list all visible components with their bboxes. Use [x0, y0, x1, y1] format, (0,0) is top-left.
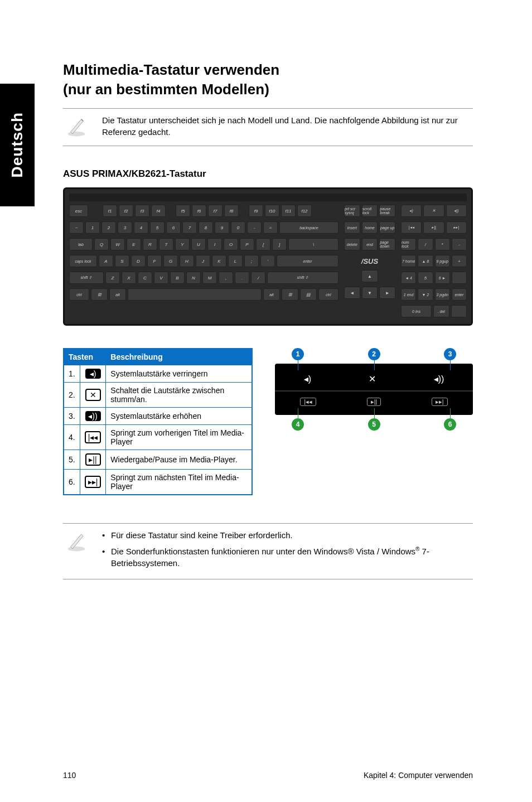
key-esc: esc	[69, 205, 88, 217]
panel-play-icon: ▸||	[367, 398, 381, 406]
note-icon	[63, 529, 90, 555]
key-f5: f5	[176, 205, 190, 217]
key-f12: f12	[297, 205, 312, 217]
page-footer: 110 Kapitel 4: Computer verwenden	[63, 771, 473, 780]
callout-5: 5	[368, 418, 380, 431]
key-f11: f11	[281, 205, 296, 217]
keyboard-figure: esc f1 f2 f3 f4 f5 f6 f7 f8 f9 f10 f11 f…	[63, 187, 473, 326]
svg-point-0	[67, 132, 85, 137]
table-row: 6. ▸▸| Springt zum nächsten Titel im Med…	[64, 470, 252, 495]
callout-3: 3	[444, 348, 456, 360]
key-f10: f10	[265, 205, 279, 217]
prev-track-icon: |◂◂	[85, 431, 101, 443]
page-subtitle: (nur an bestimmten Modellen)	[63, 81, 473, 98]
page-content: Multimedia-Tastatur verwenden (nur an be…	[63, 61, 473, 579]
panel-next-icon: ▸▸|	[432, 398, 448, 406]
key-f6: f6	[192, 205, 206, 217]
note-icon	[63, 114, 90, 140]
media-panel: ◂) ✕ ◂)) |◂◂ ▸|| ▸▸|	[275, 364, 473, 415]
table-row: 3. ◂)) Systemlautstärke erhöhen	[64, 408, 252, 425]
mute-icon: ✕	[85, 389, 101, 401]
page-number: 110	[63, 771, 76, 780]
note-block-1: Die Tastatur unterscheidet sich je nach …	[63, 108, 473, 146]
vol-down-icon: ◂)	[85, 369, 101, 379]
key-f1: f1	[103, 205, 117, 217]
asus-logo: /SUS	[344, 255, 395, 268]
chapter-label: Kapitel 4: Computer verwenden	[364, 771, 473, 780]
key-f9: f9	[249, 205, 263, 217]
table-row: 4. |◂◂ Springt zum vorherigen Titel im M…	[64, 425, 252, 450]
language-tab: Deutsch	[0, 84, 35, 206]
callout-2: 2	[368, 348, 380, 360]
th-tasten: Tasten	[64, 349, 106, 365]
note2-item-2: Die Sonderfunktionstasten funktionieren …	[102, 545, 473, 569]
key-f3: f3	[135, 205, 149, 217]
callout-4: 4	[292, 418, 304, 431]
callout-6: 6	[444, 418, 456, 431]
table-row: 2. ✕ Schaltet die Lautstärke zwischen st…	[64, 383, 252, 408]
panel-vol-up-icon: ◂))	[434, 374, 444, 384]
table-row: 1. ◂) Systemlautstärke verringern	[64, 365, 252, 383]
play-pause-icon: ▸||	[85, 453, 101, 466]
page-title: Multimedia-Tastatur verwenden	[63, 61, 473, 79]
keyboard-heading: ASUS PRIMAX/KB2621-Tastatur	[63, 168, 473, 180]
key-f8: f8	[224, 205, 239, 217]
callout-1: 1	[292, 348, 304, 360]
next-track-icon: ▸▸|	[85, 476, 101, 488]
key-f4: f4	[151, 205, 166, 217]
key-f2: f2	[119, 205, 133, 217]
table-row: 5. ▸|| Wiedergabe/Pause im Media-Player.	[64, 450, 252, 470]
key-f7: f7	[208, 205, 223, 217]
hotkey-diagram: 1 2 3 ◂) ✕ ◂)) |◂◂ ▸|| ▸▸| 4 5 6	[275, 348, 473, 431]
note-block-2: Für diese Tastatur sind keine Treiber er…	[63, 523, 473, 579]
svg-point-1	[67, 547, 85, 552]
note2-item-1: Für diese Tastatur sind keine Treiber er…	[102, 529, 473, 541]
hotkey-table: Tasten Beschreibung 1. ◂) Systemlautstär…	[63, 348, 253, 495]
panel-prev-icon: |◂◂	[300, 398, 316, 406]
panel-mute-icon: ✕	[369, 374, 376, 384]
th-beschreibung: Beschreibung	[106, 349, 252, 365]
vol-up-icon: ◂))	[85, 411, 101, 421]
panel-vol-down-icon: ◂)	[304, 374, 311, 384]
note-text-1: Die Tastatur unterscheidet sich je nach …	[102, 114, 473, 138]
language-label: Deutsch	[8, 112, 26, 177]
